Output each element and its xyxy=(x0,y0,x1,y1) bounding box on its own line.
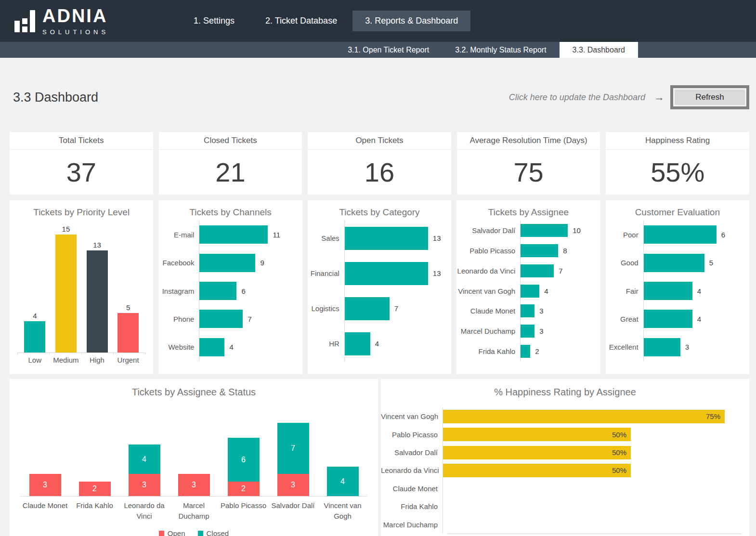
chart-title: Tickets by Category xyxy=(308,207,451,218)
segment-open-salvador-dal: 3 xyxy=(277,474,309,496)
bar-medium xyxy=(55,235,77,353)
dashboard-main: 3.3 Dashboard Click here to update the D… xyxy=(0,58,756,536)
bar-salvador-dal: 50% xyxy=(443,446,631,459)
column-low: 4 xyxy=(19,312,51,353)
category-label-claude-monet: Claude Monet xyxy=(381,484,443,493)
assignee-chart: Salvador Dalí10Pablo Picasso8Leonardo da… xyxy=(456,221,600,361)
chart-card-priority-level: Tickets by Priority Level 415135LowMediu… xyxy=(10,200,153,374)
bar-plot: 7 xyxy=(344,291,451,326)
subnav-tab-3-1-open-ticket-report[interactable]: 3.1. Open Ticket Report xyxy=(335,42,442,58)
bar-plot: 3 xyxy=(520,301,600,321)
chart-title: Tickets by Assignee & Status xyxy=(10,387,378,398)
subnav-tab-3-3-dashboard[interactable]: 3.3. Dashboard xyxy=(560,42,638,58)
nav-tab-1-settings[interactable]: 1. Settings xyxy=(178,11,250,31)
bar-plot: 13 xyxy=(344,221,451,256)
refresh-hint-text: Click here to update the Dashboard xyxy=(509,92,645,103)
bar-value-label: 13 xyxy=(433,234,441,242)
bar-salvador-dal xyxy=(521,224,568,237)
bar-fair xyxy=(644,282,692,300)
bar-row-claude-monet: Claude Monet3 xyxy=(456,301,600,321)
bar-row-marcel-duchamp: Marcel Duchamp xyxy=(381,516,749,534)
bar-row-salvador-dal: Salvador Dalí50% xyxy=(381,444,749,461)
segment-value-label: 3 xyxy=(192,481,196,489)
segment-value-label: 6 xyxy=(241,456,246,464)
axis-tick xyxy=(81,353,82,355)
bar-claude-monet xyxy=(521,304,534,317)
kpi-card-happiness-rating: Happiness Rating55% xyxy=(606,132,749,195)
priority-level-chart: 415135LowMediumHighUrgent xyxy=(10,224,153,364)
happiness-by-assignee-chart: Vincent van Gogh75%Pablo Picasso50%Salva… xyxy=(381,407,749,534)
nav-tab-2-ticket-database[interactable]: 2. Ticket Database xyxy=(250,11,352,31)
segment-value-label: 2 xyxy=(92,484,97,493)
kpi-card-closed-tickets: Closed Tickets21 xyxy=(159,132,302,195)
bar-leonardo-da-vinci xyxy=(521,264,554,277)
main-nav: 1. Settings2. Ticket Database3. Reports … xyxy=(178,11,470,31)
category-label-leonardo-da-vinci: Leonardo da Vinci xyxy=(381,466,443,474)
category-label-pablo-picasso: Pablo Picasso xyxy=(219,500,268,522)
bar-value-label: 50% xyxy=(612,431,626,439)
category-label-frida-kahlo: Frida Kahlo xyxy=(70,500,119,522)
bar-plot: 8 xyxy=(520,241,600,261)
category-label-website: Website xyxy=(158,343,199,351)
nav-tab-3-reports-dashboard[interactable]: 3. Reports & Dashboard xyxy=(352,11,470,31)
bar-vincent-van-gogh: 75% xyxy=(443,410,725,423)
stack-leonardo-da-vinci: 43 xyxy=(119,444,169,496)
bar-high xyxy=(87,250,108,353)
refresh-button[interactable]: Refresh xyxy=(673,88,746,106)
chart-title: % Happiness Rating by Assignee xyxy=(381,387,749,398)
bar-plot xyxy=(443,516,749,534)
chart-card-assignee: Tickets by Assignee Salvador Dalí10Pablo… xyxy=(456,200,600,374)
column-plot: 415135 xyxy=(10,224,153,353)
bar-value-label: 8 xyxy=(563,247,567,255)
kpi-card-average-resolution-time-days: Average Resolution Time (Days)75 xyxy=(457,132,600,195)
logo-text: ADNIA SOLUTIONS xyxy=(42,7,109,36)
bar-value-label: 9 xyxy=(260,259,264,267)
chart-card-customer-evaluation: Customer Evaluation Poor6Good5Fair4Great… xyxy=(606,200,749,374)
bar-plot: 4 xyxy=(199,333,302,361)
bar-plot: 10 xyxy=(520,221,600,241)
category-labels: Claude MonetFrida KahloLeonardo da Vinci… xyxy=(10,497,378,522)
bar-value-label: 4 xyxy=(229,343,233,351)
bar-marcel-duchamp xyxy=(521,325,534,338)
axis-tick xyxy=(17,353,18,355)
logo-bar-dots xyxy=(22,18,27,32)
bar-row-fair: Fair4 xyxy=(606,277,749,305)
segment-value-label: 3 xyxy=(291,481,295,489)
bar-plot: 6 xyxy=(643,221,749,248)
segment-closed-leonardo-da-vinci: 4 xyxy=(129,444,160,474)
category-label-claude-monet: Claude Monet xyxy=(20,500,70,522)
bar-logistics xyxy=(345,297,390,320)
stack-salvador-dal: 73 xyxy=(268,423,318,496)
bar-value-label: 10 xyxy=(573,226,581,235)
kpi-card-open-tickets: Open Tickets16 xyxy=(308,132,451,195)
adnia-logo: ADNIA SOLUTIONS xyxy=(0,7,149,36)
category-label-leonardo-da-vinci: Leonardo da Vinci xyxy=(119,500,169,522)
logo-bar-short xyxy=(14,21,20,32)
bar-value-label: 11 xyxy=(273,231,280,239)
bar-pablo-picasso: 50% xyxy=(443,428,631,441)
chart-legend: OpenClosed xyxy=(10,529,378,536)
category-label-medium: Medium xyxy=(51,356,82,364)
bar-plot: 4 xyxy=(520,281,600,301)
assignee-status-chart: 3243362734Claude MonetFrida KahloLeonard… xyxy=(10,403,378,536)
subnav-tab-3-2-monthly-status-report[interactable]: 3.2. Monthly Status Report xyxy=(442,42,559,58)
bar-phone xyxy=(199,310,243,328)
segment-open-claude-monet: 3 xyxy=(29,474,61,496)
bar-poor xyxy=(644,225,717,244)
bar-row-sales: Sales13 xyxy=(308,221,451,256)
category-label-phone: Phone xyxy=(158,315,199,323)
category-label-good: Good xyxy=(606,259,643,267)
bar-financial xyxy=(345,262,428,285)
category-label-frida-kahlo: Frida Kahlo xyxy=(381,502,443,510)
category-label-financial: Financial xyxy=(308,269,344,277)
category-label-excellent: Excellent xyxy=(606,343,643,351)
chart-card-category: Tickets by Category Sales13Financial13Lo… xyxy=(308,200,451,374)
refresh-group: Click here to update the Dashboard → Ref… xyxy=(509,85,749,109)
app-root: ADNIA SOLUTIONS 1. Settings2. Ticket Dat… xyxy=(0,0,756,536)
bar-facebook xyxy=(199,254,255,272)
category-label-marcel-duchamp: Marcel Duchamp xyxy=(169,500,219,522)
category-label-claude-monet: Claude Monet xyxy=(456,307,520,315)
kpi-label: Closed Tickets xyxy=(159,132,302,150)
bar-row-excellent: Excellent3 xyxy=(606,333,749,361)
bar-row-leonardo-da-vinci: Leonardo da Vinci50% xyxy=(381,461,749,479)
